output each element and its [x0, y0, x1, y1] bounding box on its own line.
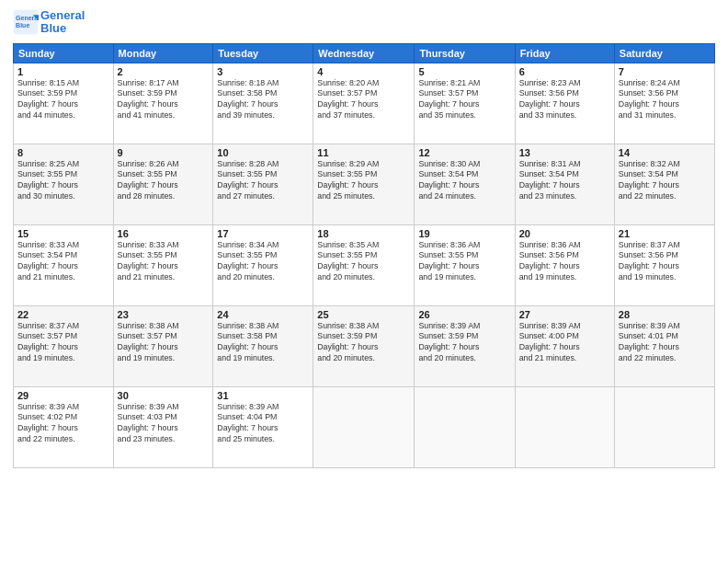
day-number: 25	[317, 309, 410, 320]
day-number: 6	[519, 66, 610, 77]
svg-text:Blue: Blue	[16, 23, 29, 29]
day-info: Sunrise: 8:28 AMSunset: 3:55 PMDaylight:…	[217, 159, 309, 203]
day-number: 16	[118, 228, 210, 239]
day-cell: 30Sunrise: 8:39 AMSunset: 4:03 PMDayligh…	[113, 386, 213, 467]
day-info: Sunrise: 8:25 AMSunset: 3:55 PMDaylight:…	[17, 159, 109, 203]
week-row-5: 29Sunrise: 8:39 AMSunset: 4:02 PMDayligh…	[14, 386, 715, 467]
day-info: Sunrise: 8:38 AMSunset: 3:59 PMDaylight:…	[317, 321, 410, 365]
header-day-wednesday: Wednesday	[313, 43, 415, 63]
header-day-friday: Friday	[515, 43, 614, 63]
page: General Blue General Blue SundayMondayTu…	[0, 0, 728, 563]
day-number: 21	[619, 228, 711, 239]
day-info: Sunrise: 8:18 AMSunset: 3:58 PMDaylight:…	[217, 78, 309, 122]
day-cell: 29Sunrise: 8:39 AMSunset: 4:02 PMDayligh…	[14, 386, 114, 467]
day-cell: 23Sunrise: 8:38 AMSunset: 3:57 PMDayligh…	[113, 305, 213, 386]
day-cell	[614, 386, 714, 467]
day-cell	[415, 386, 515, 467]
day-cell: 14Sunrise: 8:32 AMSunset: 3:54 PMDayligh…	[614, 144, 714, 224]
day-cell: 2Sunrise: 8:17 AMSunset: 3:59 PMDaylight…	[113, 63, 213, 144]
day-cell: 4Sunrise: 8:20 AMSunset: 3:57 PMDaylight…	[313, 63, 415, 144]
day-info: Sunrise: 8:39 AMSunset: 4:02 PMDaylight:…	[17, 402, 109, 446]
day-number: 4	[317, 66, 410, 77]
day-number: 12	[418, 147, 510, 158]
day-info: Sunrise: 8:30 AMSunset: 3:54 PMDaylight:…	[418, 159, 510, 203]
day-info: Sunrise: 8:33 AMSunset: 3:54 PMDaylight:…	[17, 240, 109, 284]
day-number: 22	[17, 309, 109, 320]
header-day-monday: Monday	[113, 43, 213, 63]
day-number: 9	[118, 147, 210, 158]
day-cell	[313, 386, 415, 467]
day-cell: 28Sunrise: 8:39 AMSunset: 4:01 PMDayligh…	[614, 305, 714, 386]
day-cell: 19Sunrise: 8:36 AMSunset: 3:55 PMDayligh…	[415, 224, 515, 305]
day-number: 31	[217, 390, 309, 401]
day-info: Sunrise: 8:38 AMSunset: 3:57 PMDaylight:…	[118, 321, 210, 365]
day-cell: 22Sunrise: 8:37 AMSunset: 3:57 PMDayligh…	[14, 305, 114, 386]
day-cell: 24Sunrise: 8:38 AMSunset: 3:58 PMDayligh…	[213, 305, 313, 386]
day-info: Sunrise: 8:37 AMSunset: 3:57 PMDaylight:…	[17, 321, 109, 365]
day-number: 8	[17, 147, 109, 158]
day-cell	[515, 386, 614, 467]
day-number: 13	[519, 147, 610, 158]
day-cell: 15Sunrise: 8:33 AMSunset: 3:54 PMDayligh…	[14, 224, 114, 305]
week-row-2: 8Sunrise: 8:25 AMSunset: 3:55 PMDaylight…	[14, 144, 715, 224]
day-number: 15	[17, 228, 109, 239]
day-number: 10	[217, 147, 309, 158]
day-info: Sunrise: 8:39 AMSunset: 4:00 PMDaylight:…	[519, 321, 610, 365]
header-day-thursday: Thursday	[415, 43, 515, 63]
day-number: 14	[619, 147, 711, 158]
day-info: Sunrise: 8:32 AMSunset: 3:54 PMDaylight:…	[619, 159, 711, 203]
day-cell: 12Sunrise: 8:30 AMSunset: 3:54 PMDayligh…	[415, 144, 515, 224]
day-info: Sunrise: 8:20 AMSunset: 3:57 PMDaylight:…	[317, 78, 410, 122]
day-number: 18	[317, 228, 410, 239]
header-day-sunday: Sunday	[14, 43, 114, 63]
day-cell: 5Sunrise: 8:21 AMSunset: 3:57 PMDaylight…	[415, 63, 515, 144]
day-cell: 13Sunrise: 8:31 AMSunset: 3:54 PMDayligh…	[515, 144, 614, 224]
day-cell: 7Sunrise: 8:24 AMSunset: 3:56 PMDaylight…	[614, 63, 714, 144]
day-cell: 25Sunrise: 8:38 AMSunset: 3:59 PMDayligh…	[313, 305, 415, 386]
day-number: 29	[17, 390, 109, 401]
day-cell: 9Sunrise: 8:26 AMSunset: 3:55 PMDaylight…	[113, 144, 213, 224]
day-cell: 18Sunrise: 8:35 AMSunset: 3:55 PMDayligh…	[313, 224, 415, 305]
day-info: Sunrise: 8:39 AMSunset: 4:04 PMDaylight:…	[217, 402, 309, 446]
header-row: SundayMondayTuesdayWednesdayThursdayFrid…	[14, 43, 715, 63]
day-number: 20	[519, 228, 610, 239]
day-info: Sunrise: 8:39 AMSunset: 4:01 PMDaylight:…	[619, 321, 711, 365]
day-info: Sunrise: 8:23 AMSunset: 3:56 PMDaylight:…	[519, 78, 610, 122]
day-number: 11	[317, 147, 410, 158]
day-info: Sunrise: 8:21 AMSunset: 3:57 PMDaylight:…	[418, 78, 510, 122]
day-cell: 11Sunrise: 8:29 AMSunset: 3:55 PMDayligh…	[313, 144, 415, 224]
day-number: 28	[619, 309, 711, 320]
day-info: Sunrise: 8:35 AMSunset: 3:55 PMDaylight:…	[317, 240, 410, 284]
day-info: Sunrise: 8:39 AMSunset: 3:59 PMDaylight:…	[418, 321, 510, 365]
day-info: Sunrise: 8:36 AMSunset: 3:56 PMDaylight:…	[519, 240, 610, 284]
day-cell: 31Sunrise: 8:39 AMSunset: 4:04 PMDayligh…	[213, 386, 313, 467]
day-cell: 6Sunrise: 8:23 AMSunset: 3:56 PMDaylight…	[515, 63, 614, 144]
day-number: 2	[118, 66, 210, 77]
day-number: 24	[217, 309, 309, 320]
week-row-3: 15Sunrise: 8:33 AMSunset: 3:54 PMDayligh…	[14, 224, 715, 305]
day-cell: 1Sunrise: 8:15 AMSunset: 3:59 PMDaylight…	[14, 63, 114, 144]
day-number: 1	[17, 66, 109, 77]
day-number: 30	[118, 390, 210, 401]
day-info: Sunrise: 8:37 AMSunset: 3:56 PMDaylight:…	[619, 240, 711, 284]
day-info: Sunrise: 8:36 AMSunset: 3:55 PMDaylight:…	[418, 240, 510, 284]
day-cell: 27Sunrise: 8:39 AMSunset: 4:00 PMDayligh…	[515, 305, 614, 386]
header-day-tuesday: Tuesday	[213, 43, 313, 63]
day-info: Sunrise: 8:29 AMSunset: 3:55 PMDaylight:…	[317, 159, 410, 203]
day-info: Sunrise: 8:15 AMSunset: 3:59 PMDaylight:…	[17, 78, 109, 122]
day-number: 26	[418, 309, 510, 320]
day-info: Sunrise: 8:24 AMSunset: 3:56 PMDaylight:…	[619, 78, 711, 122]
day-number: 27	[519, 309, 610, 320]
day-cell: 26Sunrise: 8:39 AMSunset: 3:59 PMDayligh…	[415, 305, 515, 386]
calendar-table: SundayMondayTuesdayWednesdayThursdayFrid…	[13, 43, 715, 468]
day-info: Sunrise: 8:26 AMSunset: 3:55 PMDaylight:…	[118, 159, 210, 203]
day-cell: 3Sunrise: 8:18 AMSunset: 3:58 PMDaylight…	[213, 63, 313, 144]
week-row-4: 22Sunrise: 8:37 AMSunset: 3:57 PMDayligh…	[14, 305, 715, 386]
day-cell: 21Sunrise: 8:37 AMSunset: 3:56 PMDayligh…	[614, 224, 714, 305]
day-number: 19	[418, 228, 510, 239]
logo-text: General Blue	[40, 9, 85, 36]
logo: General Blue General Blue	[13, 9, 85, 36]
day-cell: 8Sunrise: 8:25 AMSunset: 3:55 PMDaylight…	[14, 144, 114, 224]
day-cell: 17Sunrise: 8:34 AMSunset: 3:55 PMDayligh…	[213, 224, 313, 305]
day-cell: 16Sunrise: 8:33 AMSunset: 3:55 PMDayligh…	[113, 224, 213, 305]
